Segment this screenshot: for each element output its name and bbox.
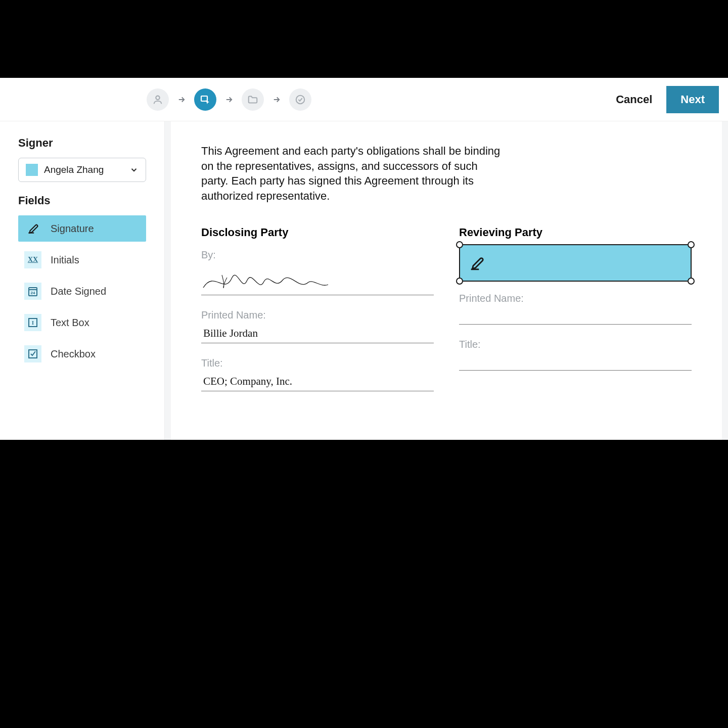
step-fields[interactable] bbox=[194, 88, 216, 111]
chevron-down-icon bbox=[129, 165, 139, 174]
checkbox-icon bbox=[24, 345, 41, 362]
arrow-icon bbox=[272, 95, 281, 104]
signature-scribble bbox=[201, 264, 434, 295]
field-label: Initials bbox=[51, 254, 79, 266]
svg-point-2 bbox=[296, 95, 305, 104]
app-frame: Cancel Next Signer Angela Zhang Fields bbox=[0, 78, 546, 440]
person-icon bbox=[152, 94, 163, 105]
fields-list: Signature XX Initials 24 Date Signed I bbox=[18, 215, 146, 367]
field-label: Signature bbox=[51, 223, 94, 235]
printed-name-label: Printed Name: bbox=[201, 309, 434, 321]
field-item-signature[interactable]: Signature bbox=[18, 215, 146, 242]
field-label: Text Box bbox=[51, 317, 89, 329]
disclosing-heading: Disclosing Party bbox=[201, 226, 434, 239]
folder-icon bbox=[247, 94, 258, 105]
initials-icon: XX bbox=[24, 251, 41, 268]
title-input[interactable] bbox=[201, 372, 434, 391]
step-complete[interactable] bbox=[289, 88, 311, 111]
printed-name-empty-line[interactable] bbox=[459, 307, 546, 325]
check-circle-icon bbox=[295, 94, 306, 105]
arrow-icon bbox=[177, 95, 186, 104]
header: Cancel Next bbox=[0, 78, 546, 121]
text-box-icon: I bbox=[24, 314, 41, 331]
calendar-icon: 24 bbox=[24, 283, 41, 300]
reviewing-party: Revieving Party Printed Name: Title: bbox=[459, 226, 546, 405]
title-label: Title: bbox=[201, 357, 434, 369]
title-empty-line[interactable] bbox=[459, 353, 546, 371]
arrow-icon bbox=[224, 95, 234, 104]
svg-point-0 bbox=[156, 96, 159, 99]
disclosing-party: Disclosing Party By: Printed Name: Title… bbox=[201, 226, 434, 405]
resize-handle-tl[interactable] bbox=[456, 241, 463, 248]
printed-name-input[interactable] bbox=[201, 324, 434, 343]
step-person[interactable] bbox=[147, 88, 169, 111]
by-label: By: bbox=[201, 249, 434, 261]
resize-handle-bl[interactable] bbox=[456, 278, 463, 285]
svg-text:I: I bbox=[32, 320, 34, 326]
sidebar: Signer Angela Zhang Fields Signature XX bbox=[0, 121, 165, 440]
wizard-stepper bbox=[147, 88, 311, 111]
signer-select[interactable]: Angela Zhang bbox=[18, 158, 146, 182]
printed-name-label: Printed Name: bbox=[459, 293, 546, 304]
svg-text:24: 24 bbox=[31, 291, 35, 295]
field-item-initials[interactable]: XX Initials bbox=[18, 247, 146, 273]
fields-heading: Fields bbox=[18, 194, 146, 207]
signature-field-placeholder[interactable] bbox=[459, 244, 546, 282]
step-folder[interactable] bbox=[242, 88, 264, 111]
field-label: Date Signed bbox=[51, 286, 106, 297]
signer-name: Angela Zhang bbox=[44, 164, 123, 175]
document-canvas: This Agreement and each party's obligati… bbox=[165, 121, 546, 440]
reviewing-heading: Revieving Party bbox=[459, 226, 546, 239]
field-item-date-signed[interactable]: 24 Date Signed bbox=[18, 278, 146, 304]
title-label: Title: bbox=[459, 339, 546, 350]
field-cursor-icon bbox=[199, 94, 211, 106]
signer-heading: Signer bbox=[18, 136, 146, 150]
body: Signer Angela Zhang Fields Signature XX bbox=[0, 121, 546, 440]
field-item-text-box[interactable]: I Text Box bbox=[18, 309, 146, 336]
signature-icon bbox=[24, 220, 41, 237]
signature-icon bbox=[468, 254, 485, 271]
signer-color-swatch bbox=[26, 164, 38, 176]
document-page[interactable]: This Agreement and each party's obligati… bbox=[171, 121, 546, 440]
field-label: Checkbox bbox=[51, 348, 96, 360]
svg-rect-1 bbox=[201, 96, 207, 101]
parties-row: Disclosing Party By: Printed Name: Title… bbox=[201, 226, 546, 405]
field-item-checkbox[interactable]: Checkbox bbox=[18, 341, 146, 367]
agreement-text: This Agreement and each party's obligati… bbox=[201, 144, 505, 204]
